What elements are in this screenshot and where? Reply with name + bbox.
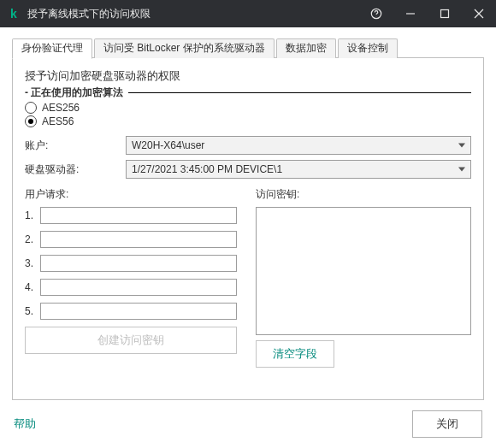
- window-title: 授予离线模式下的访问权限: [27, 0, 359, 27]
- drive-label: 硬盘驱动器:: [25, 162, 126, 177]
- algorithm-group-label: - 正在使用的加密算法: [25, 85, 128, 100]
- clear-fields-button[interactable]: 清空字段: [256, 340, 334, 368]
- access-key-label: 访问密钥:: [256, 187, 471, 202]
- titlebar-close-button[interactable]: [462, 0, 496, 27]
- close-button[interactable]: 关闭: [412, 410, 482, 438]
- tab-bitlocker-drive[interactable]: 访问受 BitLocker 保护的系统驱动器: [94, 38, 275, 58]
- user-requests-label: 用户请求:: [25, 187, 237, 202]
- svg-point-1: [376, 16, 377, 17]
- drive-value: 1/27/2021 3:45:00 PM DEVICE\1: [132, 163, 282, 175]
- titlebar-minimize-button[interactable]: [393, 0, 428, 27]
- minimize-icon: [405, 9, 416, 19]
- tab-auth-agent[interactable]: 身份验证代理: [12, 38, 92, 59]
- request-input-3[interactable]: [40, 255, 237, 272]
- maximize-icon: [440, 9, 450, 19]
- account-label: 账户:: [25, 139, 126, 153]
- algorithm-option-aes56[interactable]: AES56: [25, 115, 471, 127]
- request-index: 2.: [25, 233, 40, 245]
- drive-select[interactable]: 1/27/2021 3:45:00 PM DEVICE\1: [126, 160, 471, 179]
- titlebar-maximize-button[interactable]: [428, 0, 462, 27]
- request-index: 3.: [25, 257, 40, 269]
- request-input-4[interactable]: [40, 279, 237, 296]
- request-index: 4.: [25, 281, 40, 293]
- page-heading: 授予访问加密硬盘驱动器的权限: [25, 68, 471, 84]
- help-icon: [370, 8, 382, 20]
- tab-device-control[interactable]: 设备控制: [338, 38, 398, 58]
- account-select[interactable]: W20H-X64\user: [126, 136, 471, 155]
- create-access-key-button[interactable]: 创建访问密钥: [25, 327, 237, 354]
- request-index: 1.: [25, 209, 40, 221]
- request-input-5[interactable]: [40, 303, 237, 320]
- request-input-1[interactable]: [40, 207, 237, 224]
- account-value: W20H-X64\user: [132, 139, 204, 151]
- algorithm-option-aes256[interactable]: AES256: [25, 102, 471, 114]
- radio-icon: [25, 115, 37, 127]
- close-icon: [474, 9, 484, 19]
- tab-data-encryption[interactable]: 数据加密: [276, 38, 336, 58]
- radio-icon: [25, 102, 37, 114]
- request-input-2[interactable]: [40, 231, 237, 248]
- tabs: 身份验证代理 访问受 BitLocker 保护的系统驱动器 数据加密 设备控制: [12, 39, 484, 58]
- help-link[interactable]: 帮助: [14, 416, 36, 432]
- access-key-textarea[interactable]: [256, 207, 471, 335]
- app-logo-icon: k: [7, 7, 21, 21]
- algorithm-group: - 正在使用的加密算法 AES256 AES56: [25, 92, 471, 127]
- request-index: 5.: [25, 305, 40, 317]
- titlebar-help-button[interactable]: [359, 0, 393, 27]
- svg-rect-3: [441, 10, 449, 18]
- algorithm-option-label: AES56: [42, 115, 74, 127]
- algorithm-option-label: AES256: [42, 102, 80, 114]
